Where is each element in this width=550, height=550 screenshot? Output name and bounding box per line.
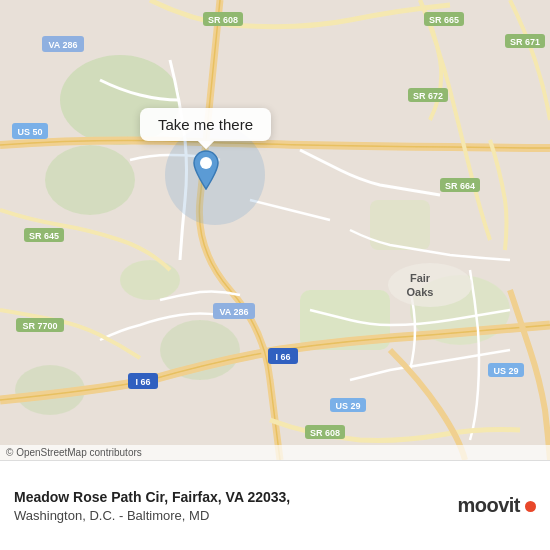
svg-text:SR 664: SR 664	[445, 181, 475, 191]
svg-text:VA 286: VA 286	[219, 307, 248, 317]
svg-text:I 66: I 66	[135, 377, 150, 387]
svg-text:Oaks: Oaks	[407, 286, 434, 298]
address-line2: Washington, D.C. - Baltimore, MD	[14, 508, 457, 523]
svg-text:SR 645: SR 645	[29, 231, 59, 241]
map-copyright: © OpenStreetMap contributors	[0, 445, 550, 460]
moovit-dot	[525, 501, 536, 512]
svg-text:US 29: US 29	[335, 401, 360, 411]
svg-text:SR 7700: SR 7700	[22, 321, 57, 331]
svg-text:SR 608: SR 608	[310, 428, 340, 438]
map-container: VA 286 SR 608 SR 665 SR 671 US 50 SR 672…	[0, 0, 550, 460]
moovit-text: moovit	[457, 494, 520, 517]
address-info: Meadow Rose Path Cir, Fairfax, VA 22033,…	[14, 488, 457, 523]
svg-point-7	[120, 260, 180, 300]
svg-text:US 50: US 50	[17, 127, 42, 137]
svg-text:I 66: I 66	[275, 352, 290, 362]
info-bar: Meadow Rose Path Cir, Fairfax, VA 22033,…	[0, 460, 550, 550]
moovit-logo: moovit	[457, 494, 536, 517]
svg-point-2	[45, 145, 135, 215]
svg-text:SR 608: SR 608	[208, 15, 238, 25]
svg-point-43	[200, 157, 212, 169]
svg-text:US 29: US 29	[493, 366, 518, 376]
svg-point-9	[388, 263, 472, 307]
location-popup: Take me there	[140, 108, 271, 191]
svg-text:Fair: Fair	[410, 272, 431, 284]
take-me-there-button[interactable]: Take me there	[140, 108, 271, 141]
address-line1: Meadow Rose Path Cir, Fairfax, VA 22033,	[14, 488, 457, 508]
svg-text:SR 672: SR 672	[413, 91, 443, 101]
svg-text:VA 286: VA 286	[48, 40, 77, 50]
svg-text:SR 671: SR 671	[510, 37, 540, 47]
map-pin	[190, 149, 222, 191]
svg-text:SR 665: SR 665	[429, 15, 459, 25]
